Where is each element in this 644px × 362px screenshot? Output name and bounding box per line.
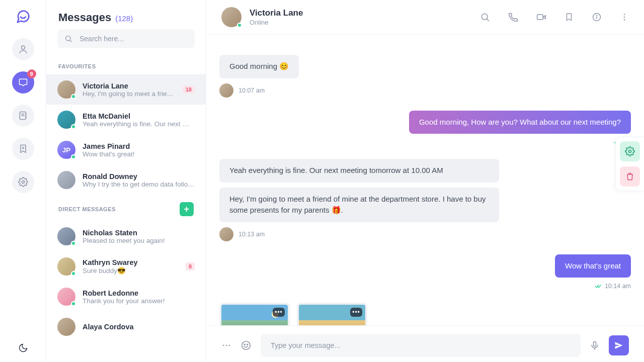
search-icon[interactable] <box>480 12 490 22</box>
bubble-avatar <box>219 227 233 241</box>
bubble-avatar <box>219 83 233 98</box>
send-button[interactable] <box>609 335 629 355</box>
nav-contacts[interactable] <box>12 105 34 127</box>
convo-name: Ronald Downey <box>83 172 195 180</box>
bubble-text: Wow that's great <box>555 254 631 278</box>
convo-item[interactable]: Etta McDaniel Yeah everything is fine. O… <box>46 105 206 135</box>
chat-avatar[interactable] <box>221 7 242 27</box>
convo-preview: Yeah everything is fine. Our next me… <box>83 120 195 128</box>
svg-point-9 <box>22 181 24 184</box>
svg-point-30 <box>629 150 631 153</box>
svg-point-18 <box>597 15 597 16</box>
theme-toggle[interactable] <box>18 343 28 353</box>
sidebar-title: Messages <box>58 11 111 24</box>
read-icon <box>595 283 602 290</box>
section-favourites-label: FAVOURITES <box>46 56 206 74</box>
message-time: 10:14 am <box>605 283 631 290</box>
svg-point-19 <box>624 14 625 15</box>
convo-name: James Pinard <box>83 142 195 150</box>
bubble-text: Yeah everything is fine. Our next meetin… <box>219 159 499 183</box>
image-thumbnail[interactable]: ••• <box>297 303 367 325</box>
header-actions <box>480 12 629 22</box>
chat-title: Victoria Lane <box>250 8 303 18</box>
message-in: Yeah everything is fine. Our next meetin… <box>219 159 631 241</box>
avatar <box>57 171 75 189</box>
app-logo[interactable] <box>16 9 31 24</box>
convo-item[interactable]: Victoria Lane Hey, I'm going to meet a f… <box>46 74 206 105</box>
bookmark-icon[interactable] <box>565 12 574 22</box>
svg-point-22 <box>223 345 224 346</box>
convo-name: Etta McDaniel <box>83 112 195 120</box>
sidebar-count: (128) <box>115 14 133 23</box>
mic-icon[interactable] <box>590 340 600 351</box>
nav-profile[interactable] <box>12 38 34 60</box>
convo-name: Nicholas Staten <box>83 229 195 237</box>
convo-name: Robert Ledonne <box>83 289 195 297</box>
info-icon[interactable] <box>592 12 602 22</box>
convo-item[interactable]: Alaya Cordova <box>46 312 206 342</box>
convo-item[interactable]: Kathryn Swarey Sure buddy😎 8 <box>46 251 206 282</box>
image-thumbnail[interactable]: ••• <box>219 303 290 325</box>
convo-item[interactable]: Nicholas Staten Pleased to meet you agai… <box>46 221 206 251</box>
sidebar: Messages (128) FAVOURITES Victoria Lane … <box>46 0 206 362</box>
chat-pane: Victoria Lane Online Good morning 😊 10:0… <box>206 0 644 362</box>
messages-scroll[interactable]: Good morning 😊 10:07 am Good morning, Ho… <box>206 35 644 325</box>
settings-drawer-button[interactable] <box>620 141 640 161</box>
message-out: Wow that's great 10:14 am <box>219 254 631 290</box>
message-time: 10:07 am <box>238 87 265 94</box>
chat-header: Victoria Lane Online <box>206 0 644 35</box>
message-input-wrap[interactable] <box>261 334 581 357</box>
nav-chats-badge: 9 <box>27 69 36 78</box>
floating-tools <box>615 137 644 191</box>
convo-item[interactable]: Ronald Downey Why I try the to get demo … <box>46 165 206 195</box>
more-attach-icon[interactable] <box>221 340 231 350</box>
phone-icon[interactable] <box>508 12 518 22</box>
nav-settings[interactable] <box>12 171 34 193</box>
nav-chats[interactable]: 9 <box>12 71 34 94</box>
svg-point-24 <box>229 345 230 346</box>
dm-list: Nicholas Staten Pleased to meet you agai… <box>46 221 206 362</box>
convo-name: Victoria Lane <box>83 82 176 90</box>
convo-preview: Sure buddy😎 <box>83 266 179 275</box>
rail-nav: 9 <box>12 38 34 193</box>
svg-marker-15 <box>543 16 545 19</box>
message-out: Good morning, How are you? What about ou… <box>219 111 631 146</box>
section-dm-label: DIRECT MESSAGES + <box>46 195 206 221</box>
message-input[interactable] <box>270 341 572 350</box>
shop-drawer-button[interactable] <box>620 166 640 187</box>
bubble-text: Good morning, How are you? What about ou… <box>409 111 631 134</box>
bubble-text: Hey, I'm going to meet a friend of mine … <box>219 188 499 222</box>
svg-point-23 <box>226 345 227 346</box>
avatar: JP <box>57 141 75 159</box>
svg-point-27 <box>247 344 248 345</box>
convo-preview: Wow that's great! <box>83 150 195 158</box>
more-icon[interactable] <box>620 12 629 22</box>
avatar <box>57 111 75 129</box>
avatar <box>57 318 75 336</box>
convo-preview: Why I try the to get demo data follo… <box>83 180 195 188</box>
unread-badge: 8 <box>186 262 195 270</box>
convo-item[interactable]: JP James Pinard Wow that's great! <box>46 135 206 165</box>
unread-badge: 18 <box>183 85 195 94</box>
media-more-icon[interactable]: ••• <box>350 308 362 317</box>
convo-preview: Hey, I'm going to meet a friend of <box>83 90 176 98</box>
avatar <box>57 288 75 306</box>
svg-point-0 <box>21 46 25 49</box>
convo-name: Alaya Cordova <box>83 323 195 331</box>
svg-rect-14 <box>537 15 543 20</box>
svg-rect-28 <box>594 342 596 346</box>
avatar <box>57 257 75 276</box>
media-more-icon[interactable]: ••• <box>273 308 285 317</box>
nav-bookmarks[interactable] <box>12 138 34 160</box>
search-input[interactable] <box>78 34 188 43</box>
sidebar-header: Messages (128) <box>46 0 206 29</box>
add-dm-button[interactable]: + <box>180 202 194 216</box>
video-icon[interactable] <box>536 12 546 22</box>
svg-point-21 <box>624 19 625 20</box>
search-container[interactable] <box>57 29 195 48</box>
convo-name: Kathryn Swarey <box>83 258 179 266</box>
emoji-icon[interactable] <box>240 340 252 351</box>
svg-point-26 <box>244 344 245 345</box>
search-icon <box>64 35 72 43</box>
convo-item[interactable]: Robert Ledonne Thank you for your answer… <box>46 282 206 312</box>
